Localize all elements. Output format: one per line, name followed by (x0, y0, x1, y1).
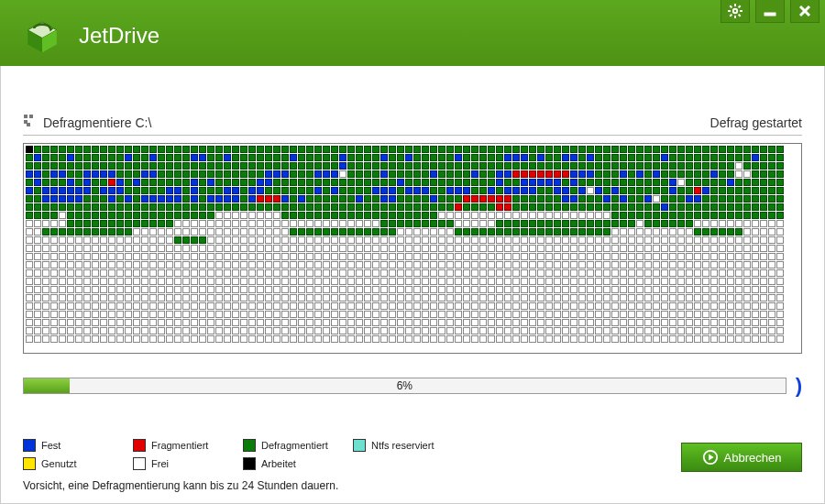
cluster-cell (240, 187, 248, 194)
cluster-cell (42, 203, 50, 211)
cluster-cell (479, 212, 487, 219)
cluster-cell (760, 319, 767, 326)
cluster-cell (108, 261, 116, 268)
cluster-cell (512, 261, 520, 268)
cluster-cell (677, 286, 685, 293)
cluster-cell (554, 212, 561, 219)
cluster-cell (50, 187, 58, 194)
cluster-cell (149, 203, 157, 211)
cluster-cell (364, 170, 371, 178)
cluster-cell (26, 253, 33, 260)
cluster-cell (397, 162, 404, 170)
cluster-cell (545, 236, 553, 244)
cluster-cell (735, 146, 742, 153)
cluster-cell (537, 302, 544, 310)
cancel-arrow-icon (702, 449, 719, 466)
cluster-cell (116, 311, 124, 318)
cluster-cell (298, 195, 305, 203)
cluster-cell (356, 236, 363, 244)
cluster-cell (620, 195, 627, 203)
cluster-cell (512, 245, 520, 252)
cluster-cell (125, 294, 132, 301)
cluster-cell (59, 179, 66, 186)
cluster-cell (323, 294, 330, 301)
cluster-cell (471, 228, 478, 236)
cluster-cell (578, 294, 586, 301)
cluster-cell (405, 319, 412, 326)
cluster-cell (554, 261, 561, 268)
cluster-cell (587, 170, 594, 178)
cluster-cell (760, 327, 767, 334)
cluster-cell (141, 179, 148, 186)
cluster-cell (141, 294, 148, 301)
cluster-cell (224, 253, 231, 260)
cluster-cell (215, 311, 223, 318)
cluster-cell (496, 195, 503, 203)
cluster-cell (331, 220, 338, 227)
cluster-cell (776, 146, 784, 153)
cluster-cell (248, 162, 256, 170)
cluster-cell (133, 253, 140, 260)
cluster-cell (661, 302, 668, 310)
cluster-cell (636, 220, 644, 227)
cluster-cell (67, 220, 74, 227)
cluster-cell (75, 294, 82, 301)
cluster-cell (471, 170, 478, 178)
cluster-cell (413, 179, 421, 186)
cluster-cell (570, 146, 578, 153)
cluster-cell (67, 154, 74, 161)
cluster-cell (265, 170, 272, 178)
cluster-cell (776, 162, 784, 170)
settings-button[interactable] (720, 0, 750, 23)
cluster-cell (628, 294, 635, 301)
cluster-cell (26, 203, 33, 211)
app-window: JetDrive (0, 0, 825, 504)
cluster-cell (727, 278, 734, 285)
cancel-button[interactable]: Abbrechen (681, 443, 802, 472)
cluster-cell (455, 187, 462, 194)
spinner-icon: ) (796, 374, 802, 398)
cluster-cell (496, 319, 503, 326)
cluster-cell (438, 327, 446, 334)
cluster-cell (504, 236, 512, 244)
cluster-cell (677, 228, 685, 236)
cluster-cell (529, 236, 536, 244)
minimize-button[interactable] (755, 0, 785, 23)
cluster-cell (595, 311, 602, 318)
cluster-cell (521, 245, 528, 252)
cluster-cell (760, 146, 767, 153)
cluster-cell (26, 319, 33, 326)
cluster-cell (149, 302, 157, 310)
cluster-cell (215, 319, 223, 326)
cluster-cell (125, 302, 132, 310)
cluster-cell (331, 187, 338, 194)
cluster-cell (545, 311, 553, 318)
cluster-cell (455, 154, 462, 161)
cluster-cell (471, 261, 478, 268)
cluster-cell (570, 203, 578, 211)
cluster-cell (133, 179, 140, 186)
cluster-cell (191, 228, 198, 236)
close-button[interactable] (790, 0, 820, 23)
cluster-cell (50, 228, 58, 236)
cluster-cell (735, 228, 742, 236)
cluster-cell (644, 212, 652, 219)
cluster-cell (463, 286, 470, 293)
cluster-cell (686, 236, 693, 244)
cluster-cell (768, 319, 776, 326)
cluster-cell (702, 162, 710, 170)
cluster-cell (83, 261, 91, 268)
cluster-cell (694, 335, 701, 343)
cluster-cell (686, 327, 693, 334)
cluster-cell (562, 294, 569, 301)
cluster-cell (455, 162, 462, 170)
cluster-cell (67, 261, 74, 268)
cluster-cell (636, 294, 644, 301)
cluster-cell (743, 220, 751, 227)
cluster-cell (702, 278, 710, 285)
cluster-cell (100, 335, 107, 343)
cluster-cell (347, 179, 355, 186)
cluster-cell (215, 327, 223, 334)
cluster-cell (34, 162, 41, 170)
cluster-cell (199, 236, 206, 244)
